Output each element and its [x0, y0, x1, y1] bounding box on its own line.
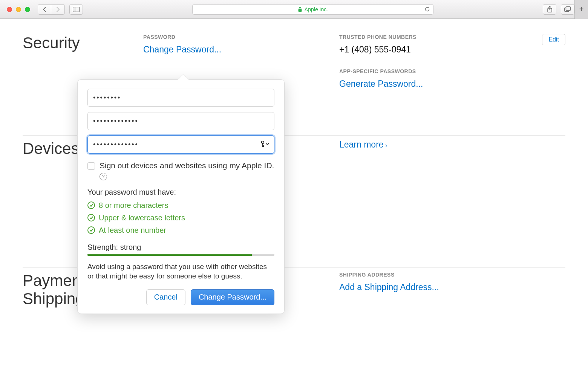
reload-button[interactable]: [424, 6, 430, 12]
change-password-link[interactable]: Change Password...: [143, 45, 328, 55]
check-icon: [87, 226, 95, 234]
check-icon: [87, 214, 95, 221]
strength-fill: [87, 254, 252, 256]
add-shipping-link[interactable]: Add a Shipping Address...: [339, 282, 524, 292]
strength-bar: [87, 254, 274, 256]
change-password-popover: Sign out devices and websites using my A…: [77, 79, 285, 314]
window-controls: [7, 7, 30, 12]
password-key-icon[interactable]: [260, 141, 269, 148]
svg-point-7: [262, 141, 264, 144]
requirement-3: At least one number: [87, 226, 274, 235]
close-window-button[interactable]: [7, 7, 12, 12]
chevron-down-icon: [266, 143, 269, 146]
trusted-phone-value: +1 (408) 555-0941: [339, 45, 524, 55]
shipping-address-label: SHIPPING ADDRESS: [339, 272, 524, 278]
edit-security-button[interactable]: Edit: [542, 34, 565, 45]
svg-rect-0: [73, 7, 80, 12]
back-button[interactable]: [38, 4, 51, 15]
browser-toolbar: Apple Inc. +: [0, 0, 588, 19]
app-specific-label: APP-SPECIFIC PASSWORDS: [339, 68, 524, 74]
requirements-title: Your password must have:: [87, 188, 274, 197]
svg-rect-2: [298, 9, 302, 12]
lock-icon: [298, 7, 302, 12]
signout-label: Sign out devices and websites using my A…: [100, 161, 274, 180]
forward-button[interactable]: [51, 4, 65, 15]
generate-password-link[interactable]: Generate Password...: [339, 79, 524, 89]
new-tab-button[interactable]: +: [574, 0, 588, 19]
confirm-password-input[interactable]: [87, 135, 274, 154]
sidebar-toggle-button[interactable]: [69, 4, 83, 15]
fullscreen-window-button[interactable]: [25, 7, 30, 12]
password-label: PASSWORD: [143, 34, 328, 40]
change-password-button[interactable]: Change Password...: [191, 289, 274, 305]
requirement-2: Upper & lowercase letters: [87, 214, 274, 222]
new-password-input[interactable]: [87, 112, 274, 130]
strength-label: Strength: strong: [87, 243, 274, 252]
current-password-input[interactable]: [87, 89, 274, 107]
share-button[interactable]: [543, 4, 556, 15]
tabs-button[interactable]: [561, 4, 574, 15]
nav-buttons: [38, 4, 65, 15]
svg-rect-6: [566, 7, 571, 11]
trusted-phone-label: TRUSTED PHONE NUMBERS: [339, 34, 524, 40]
learn-more-link[interactable]: Learn more›: [339, 140, 387, 149]
help-icon[interactable]: ?: [100, 173, 107, 180]
requirement-1: 8 or more characters: [87, 201, 274, 210]
minimize-window-button[interactable]: [16, 7, 21, 12]
chevron-right-icon: ›: [385, 142, 387, 149]
address-bar-text: Apple Inc.: [305, 6, 328, 12]
check-icon: [87, 201, 95, 209]
signout-checkbox[interactable]: [87, 162, 95, 170]
toolbar-right: [543, 4, 574, 15]
address-bar[interactable]: Apple Inc.: [192, 4, 433, 15]
address-bar-container: Apple Inc.: [87, 4, 538, 15]
learn-more-text: Learn more: [339, 140, 384, 149]
password-advice: Avoid using a password that you use with…: [87, 262, 274, 281]
cancel-button[interactable]: Cancel: [146, 289, 185, 305]
